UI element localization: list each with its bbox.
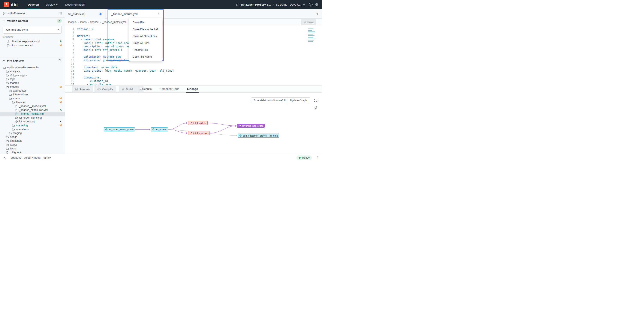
file-tree-item-marketing[interactable]: marketingM (0, 124, 65, 127)
code-line[interactable]: 10 expression: gross_item_sales_amount (65, 59, 322, 62)
folder-icon (6, 82, 9, 85)
context-menu-item-close-file[interactable]: Close File (129, 19, 162, 26)
build-button[interactable]: Build (119, 86, 144, 92)
code-line[interactable]: 6 description: sum of gross revenue (65, 45, 322, 48)
file-tree-item-tests[interactable]: tests (0, 147, 65, 151)
lineage-node-fct-orders[interactable]: fct_orders (150, 127, 168, 131)
file-tree-item-models[interactable]: modelsM (0, 85, 65, 89)
search-icon[interactable] (58, 59, 62, 62)
file-tree-item-operations[interactable]: operations (0, 127, 65, 131)
code-line[interactable]: 4 - name: total_revenue (65, 38, 322, 41)
file-tree-item-marts[interactable]: martsM (0, 97, 65, 100)
reset-view-icon[interactable]: ↺ (313, 105, 318, 110)
update-graph-button[interactable]: Update Graph (287, 97, 310, 103)
code-line[interactable]: 9 calculation_method: sum (65, 55, 322, 59)
preview-button[interactable]: Preview (72, 86, 93, 92)
git-branch-row[interactable]: sqlfluff-meeting (0, 9, 65, 17)
project-selector[interactable]: SL Demo - Dave C... (276, 3, 305, 6)
file-tree-item-dbt-packages[interactable]: dbt_packages (0, 73, 65, 77)
sidebar: sqlfluff-meeting Version Control 2 Commi… (0, 9, 65, 154)
nav-item-deploy[interactable]: Deploy (42, 0, 62, 9)
code-line[interactable]: 11 (65, 62, 322, 65)
fullscreen-icon[interactable] (313, 98, 318, 103)
code-line[interactable]: 1version: 2 (65, 28, 322, 31)
lineage-node-revenue-per-order[interactable]: revenue_per_order (237, 124, 264, 128)
file-explorer-header[interactable]: File Explorer (0, 57, 65, 64)
file-tree-item-analysis[interactable]: analysis (0, 70, 65, 73)
new-tab-button[interactable]: + (316, 9, 318, 19)
kebab-menu-icon[interactable]: ⋮ (316, 156, 319, 160)
code-line[interactable]: 8 (65, 52, 322, 55)
line-number: 8 (65, 52, 74, 55)
file-tree-item-rapid-onboarding-exemplar[interactable]: rapid-onboarding-exemplar (0, 66, 65, 70)
tab-fct-orders-sql[interactable]: fct_orders.sql (65, 9, 105, 19)
breadcrumb-item[interactable]: models (68, 21, 76, 24)
file-tree-item-finance[interactable]: financeM (0, 100, 65, 104)
file-tree-item-intermediate[interactable]: intermediate (0, 93, 65, 97)
file-tree-item-finance-exposures-yml[interactable]: _finance_exposures.ymlA (0, 108, 65, 112)
compile-button[interactable]: </> Compile (94, 86, 116, 92)
lineage-node-agg-customer-orders-all-time[interactable]: agg_customer_orders__all_time (238, 134, 279, 138)
chevron-up-icon[interactable] (3, 157, 6, 159)
save-button[interactable]: Save (301, 19, 316, 25)
help-icon[interactable]: ? (309, 3, 312, 7)
file-tree-item-aggregates[interactable]: aggregates (0, 89, 65, 93)
nav-item-develop[interactable]: Develop (24, 0, 43, 9)
tab-compiled-code[interactable]: Compiled Code (159, 86, 180, 93)
nav-item-documentation[interactable]: Documentation (62, 0, 88, 9)
account-name[interactable]: dbt Labs - ProServ S... (241, 3, 271, 6)
file-tree-item-fct-orders-sql[interactable]: fct_orders.sql (0, 120, 65, 124)
commit-and-sync-button[interactable]: Commit and sync (3, 26, 62, 34)
gear-icon[interactable]: ⚙ (315, 3, 318, 7)
lineage-node-int-order-items-joined[interactable]: int_order_items_joined (104, 127, 135, 131)
context-menu-item-rename-file[interactable]: Rename File (129, 47, 162, 53)
change-item-dim-customers-sql[interactable]: dim_customers.sqlM (0, 43, 65, 47)
line-number: 16 (65, 79, 74, 83)
version-control-header[interactable]: Version Control 2 (0, 17, 65, 24)
context-menu-item-close-all-files[interactable]: Close All Files (129, 40, 162, 47)
file-name: _finance__models.yml (19, 105, 46, 108)
lineage-node-total-revenue[interactable]: total_revenue (188, 131, 210, 135)
tab-finance-metrics-yml[interactable]: _finance_metrics.yml ✕ (108, 9, 164, 19)
model-icon (15, 116, 18, 119)
file-tree-item-fct-order-items-sql[interactable]: fct_order_items.sql (0, 116, 65, 120)
tab-lineage[interactable]: Lineage (186, 86, 198, 93)
code-line[interactable]: 2 (65, 31, 322, 34)
change-item-finance-exposures-yml[interactable]: _finance_exposures.ymlA (0, 39, 65, 43)
close-icon[interactable]: ✕ (157, 12, 160, 16)
breadcrumb-item[interactable]: marts (80, 21, 86, 24)
lineage-node-total-orders[interactable]: total_orders (188, 121, 208, 125)
code-line[interactable]: 13 time_grains: [day, week, month, quart… (65, 69, 322, 73)
book-icon[interactable] (58, 12, 62, 15)
editor-minimap[interactable] (308, 29, 316, 42)
breadcrumb-item[interactable]: _finance_metrics.yml (102, 21, 126, 24)
file-tree-item-finance-models-yml[interactable]: _finance__models.yml (0, 104, 65, 108)
code-line[interactable]: 17 - priority_code (65, 83, 322, 85)
code-line[interactable]: 5 label: Total Jaffle Shop Gross Re (65, 41, 322, 45)
file-tree-item-staging[interactable]: staging (0, 131, 65, 135)
file-tree-item-gitignore[interactable]: .gitignore (0, 151, 65, 154)
file-name: marketing (16, 124, 28, 127)
code-line[interactable]: 14 (65, 73, 322, 76)
code-line[interactable]: 15 dimensions: (65, 76, 322, 79)
breadcrumb-item[interactable]: finance (90, 21, 98, 24)
context-menu-item-close-all-other-files[interactable]: Close All Other Files (129, 33, 162, 40)
file-tree-item-finance-metrics-yml[interactable]: _finance_metrics.yml (0, 112, 65, 116)
code-line[interactable]: 16 - customer_id (65, 79, 322, 83)
file-tree-item-seeds[interactable]: seeds (0, 135, 65, 139)
lineage-selector-input[interactable]: 2+models/marts/finance/_fir (251, 97, 287, 103)
code-editor[interactable]: 1version: 223metrics:4 - name: total_rev… (65, 26, 322, 85)
context-menu-item-close-files-to-the-left[interactable]: Close Files to the Left (129, 26, 162, 33)
file-tree-item-snapshots[interactable]: snapshots (0, 139, 65, 143)
file-tree-item-logs[interactable]: logs (0, 77, 65, 81)
code-line[interactable]: 12 timestamp: order_date (65, 66, 322, 69)
commit-options-chevron[interactable] (54, 26, 62, 34)
dbt-logo[interactable]: dbt (4, 2, 18, 7)
file-tree-item-target[interactable]: target (0, 143, 65, 147)
context-menu-item-copy-file-name[interactable]: Copy File Name (129, 53, 162, 60)
code-line[interactable]: 7 model: ref('fct_orders') (65, 48, 322, 52)
command-input[interactable]: dbt build --select <model_name> (11, 156, 51, 159)
file-tree-item-macros[interactable]: macros (0, 81, 65, 85)
code-line[interactable]: 3metrics: (65, 34, 322, 38)
tab-results[interactable]: Results (142, 86, 152, 93)
